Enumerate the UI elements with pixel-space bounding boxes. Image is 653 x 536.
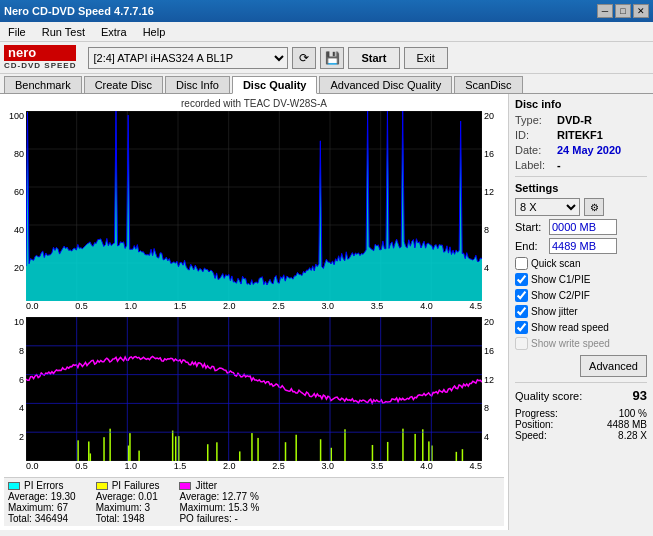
tab-benchmark[interactable]: Benchmark [4, 76, 82, 93]
bx-1.0: 1.0 [125, 461, 138, 475]
show-jitter-checkbox[interactable] [515, 305, 528, 318]
show-c1pie-checkbox[interactable] [515, 273, 528, 286]
x-3.0: 3.0 [322, 301, 335, 315]
quality-score-val: 93 [633, 388, 647, 403]
maximize-button[interactable]: □ [615, 4, 631, 18]
position-val: 4488 MB [607, 419, 647, 430]
menu-extra[interactable]: Extra [97, 25, 131, 39]
top-chart-y-100: 100 [9, 111, 24, 121]
bx-4.5: 4.5 [469, 461, 482, 475]
progress-val: 100 % [619, 408, 647, 419]
pi-failures-max-label: Maximum: [96, 502, 142, 513]
top-chart-y-80: 80 [14, 149, 24, 159]
tab-disc-quality[interactable]: Disc Quality [232, 76, 318, 94]
tab-scan-disc[interactable]: ScanDisc [454, 76, 522, 93]
pi-failures-max-val: 3 [145, 502, 151, 513]
start-mb-input[interactable] [549, 219, 617, 235]
show-c2pif-checkbox[interactable] [515, 289, 528, 302]
pi-errors-avg-label: Average: [8, 491, 48, 502]
jitter-group: Jitter Average: 12.77 % Maximum: 15.3 % … [179, 480, 259, 524]
show-c2pif-row: Show C2/PIF [515, 289, 647, 302]
po-failures-val: - [234, 513, 237, 524]
date-key: Date: [515, 144, 553, 156]
quick-scan-checkbox[interactable] [515, 257, 528, 270]
quick-scan-label: Quick scan [531, 258, 580, 269]
show-read-checkbox[interactable] [515, 321, 528, 334]
top-chart-yr-8: 8 [484, 225, 489, 235]
x-2.5: 2.5 [272, 301, 285, 315]
quality-score-row: Quality score: 93 [515, 388, 647, 403]
jitter-color [179, 482, 191, 490]
bottom-chart-canvas [26, 317, 482, 461]
right-panel: Disc info Type: DVD-R ID: RITEKF1 Date: … [508, 94, 653, 530]
window-controls: ─ □ ✕ [597, 4, 649, 18]
show-c2pif-label: Show C2/PIF [531, 290, 590, 301]
top-chart-yr-20: 20 [484, 111, 494, 121]
divider-1 [515, 176, 647, 177]
menu-run-test[interactable]: Run Test [38, 25, 89, 39]
disc-info-title: Disc info [515, 98, 647, 110]
quick-scan-row: Quick scan [515, 257, 647, 270]
bot-chart-y-6: 6 [19, 375, 24, 385]
bx-1.5: 1.5 [174, 461, 187, 475]
label-key: Label: [515, 159, 553, 171]
speed-label: Speed: [515, 430, 547, 441]
speed-row: 8 X ⚙ [515, 198, 647, 216]
bx-0.5: 0.5 [75, 461, 88, 475]
drive-select[interactable]: [2:4] ATAPI iHAS324 A BL1P [88, 47, 288, 69]
show-write-checkbox[interactable] [515, 337, 528, 350]
stats-bar: PI Errors Average: 19.30 Maximum: 67 Tot… [4, 477, 504, 526]
x-4.5: 4.5 [469, 301, 482, 315]
pi-failures-label: PI Failures [112, 480, 160, 491]
show-jitter-row: Show jitter [515, 305, 647, 318]
tab-disc-info[interactable]: Disc Info [165, 76, 230, 93]
exit-button[interactable]: Exit [404, 47, 448, 69]
menu-help[interactable]: Help [139, 25, 170, 39]
show-c1pie-row: Show C1/PIE [515, 273, 647, 286]
end-mb-label: End: [515, 240, 545, 252]
menu-file[interactable]: File [4, 25, 30, 39]
minimize-button[interactable]: ─ [597, 4, 613, 18]
refresh-icon-button[interactable]: ⟳ [292, 47, 316, 69]
nero-logo: nero CD-DVD SPEED [4, 45, 76, 70]
advanced-button[interactable]: Advanced [580, 355, 647, 377]
chart-subtitle: recorded with TEAC DV-W28S-A [4, 98, 504, 109]
bot-chart-yr-12: 12 [484, 375, 494, 385]
progress-label: Progress: [515, 408, 558, 419]
bot-chart-y-4: 4 [19, 403, 24, 413]
x-0.0: 0.0 [26, 301, 39, 315]
end-mb-input[interactable] [549, 238, 617, 254]
start-button[interactable]: Start [348, 47, 399, 69]
charts-area: recorded with TEAC DV-W28S-A 100 80 60 4… [0, 94, 508, 530]
jitter-avg-val: 12.77 % [222, 491, 259, 502]
settings-title: Settings [515, 182, 647, 194]
tab-create-disc[interactable]: Create Disc [84, 76, 163, 93]
save-icon-button[interactable]: 💾 [320, 47, 344, 69]
pi-failures-avg-val: 0.01 [138, 491, 157, 502]
bx-2.0: 2.0 [223, 461, 236, 475]
pi-errors-total-label: Total: [8, 513, 32, 524]
top-chart-yr-16: 16 [484, 149, 494, 159]
x-3.5: 3.5 [371, 301, 384, 315]
toolbar: nero CD-DVD SPEED [2:4] ATAPI iHAS324 A … [0, 42, 653, 74]
menu-bar: File Run Test Extra Help [0, 22, 653, 42]
id-val: RITEKF1 [557, 129, 603, 141]
position-row: Position: 4488 MB [515, 419, 647, 430]
app-title: Nero CD-DVD Speed 4.7.7.16 [4, 5, 154, 17]
top-chart-y-20: 20 [14, 263, 24, 273]
bot-chart-y-2: 2 [19, 432, 24, 442]
show-write-row: Show write speed [515, 337, 647, 350]
pi-failures-total-val: 1948 [122, 513, 144, 524]
pi-errors-label: PI Errors [24, 480, 63, 491]
settings-icon-button[interactable]: ⚙ [584, 198, 604, 216]
bot-chart-yr-16: 16 [484, 346, 494, 356]
pi-errors-avg-val: 19.30 [51, 491, 76, 502]
tab-advanced-disc-quality[interactable]: Advanced Disc Quality [319, 76, 452, 93]
nero-brand: nero [4, 45, 76, 61]
bx-2.5: 2.5 [272, 461, 285, 475]
close-button[interactable]: ✕ [633, 4, 649, 18]
speed-row-2: Speed: 8.28 X [515, 430, 647, 441]
speed-select[interactable]: 8 X [515, 198, 580, 216]
bot-chart-yr-20: 20 [484, 317, 494, 327]
x-2.0: 2.0 [223, 301, 236, 315]
